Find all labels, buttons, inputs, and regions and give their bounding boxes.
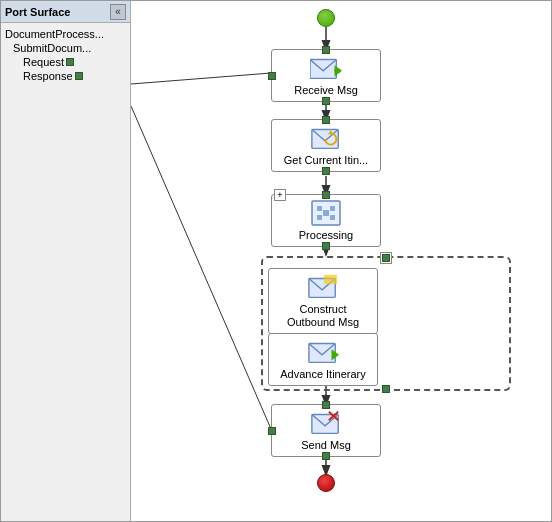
processing-bottom-connector[interactable] (322, 242, 330, 250)
processing-top-connector[interactable] (322, 191, 330, 199)
tree-item-docprocess[interactable]: DocumentProcess... (1, 27, 130, 41)
svg-rect-10 (334, 69, 340, 73)
send-msg-bottom-connector[interactable] (322, 452, 330, 460)
receive-msg-label: Receive Msg (294, 84, 358, 97)
receive-msg-node[interactable]: Receive Msg (271, 49, 381, 102)
get-current-itin-label: Get Current Itin... (284, 154, 368, 167)
svg-rect-16 (317, 215, 322, 220)
send-msg-node[interactable]: Send Msg (271, 404, 381, 457)
get-current-itin-top-connector[interactable] (322, 116, 330, 124)
get-current-itin-bottom-connector[interactable] (322, 167, 330, 175)
tree-item-request-row: Request (1, 55, 130, 69)
receive-msg-icon (310, 54, 342, 82)
response-connector-dot[interactable] (75, 72, 83, 80)
receive-msg-bottom-connector[interactable] (322, 97, 330, 105)
construct-outbound-label: Construct Outbound Msg (275, 303, 371, 329)
svg-rect-14 (317, 206, 322, 211)
get-current-itin-node[interactable]: Get Current Itin... (271, 119, 381, 172)
receive-msg-left-connector[interactable] (268, 72, 276, 80)
svg-rect-18 (323, 210, 329, 216)
send-msg-label: Send Msg (301, 439, 351, 452)
port-header: Port Surface « (1, 1, 130, 23)
tree-item-submitdocum[interactable]: SubmitDocum... (1, 41, 130, 55)
tree-item-response[interactable]: Response (23, 69, 73, 83)
send-msg-top-connector[interactable] (322, 401, 330, 409)
collapse-button[interactable]: « (110, 4, 126, 20)
advance-itinerary-label: Advance Itinerary (280, 368, 366, 381)
port-surface: Port Surface « DocumentProcess... Submit… (1, 1, 131, 521)
svg-rect-15 (330, 206, 335, 211)
processing-icon (310, 199, 342, 227)
group-box: − Construct Outbound Msg (261, 256, 511, 391)
port-header-title: Port Surface (5, 6, 110, 18)
svg-rect-17 (330, 215, 335, 220)
canvas: Receive Msg Get Current Itin... (131, 1, 551, 521)
svg-rect-20 (324, 275, 337, 284)
construct-outbound-node[interactable]: Construct Outbound Msg (268, 268, 378, 334)
processing-label: Processing (299, 229, 353, 242)
advance-itinerary-icon (307, 338, 339, 366)
svg-line-6 (131, 73, 271, 84)
group-top-connector[interactable] (382, 254, 390, 262)
main-container: Port Surface « DocumentProcess... Submit… (0, 0, 552, 522)
send-msg-icon (310, 409, 342, 437)
construct-outbound-icon (307, 273, 339, 301)
start-node (317, 9, 335, 27)
tree-item-response-row: Response (1, 69, 130, 83)
processing-expand-btn[interactable]: + (274, 189, 286, 201)
receive-msg-top-connector[interactable] (322, 46, 330, 54)
processing-node[interactable]: + Processing (271, 194, 381, 247)
advance-itinerary-node[interactable]: Advance Itinerary (268, 333, 378, 386)
send-msg-left-connector[interactable] (268, 427, 276, 435)
group-bottom-connector[interactable] (382, 385, 390, 393)
end-node (317, 474, 335, 492)
get-current-itin-icon (310, 124, 342, 152)
request-connector-dot[interactable] (66, 58, 74, 66)
tree-item-request[interactable]: Request (23, 55, 64, 69)
svg-line-7 (131, 106, 271, 429)
port-tree: DocumentProcess... SubmitDocum... Reques… (1, 23, 130, 87)
